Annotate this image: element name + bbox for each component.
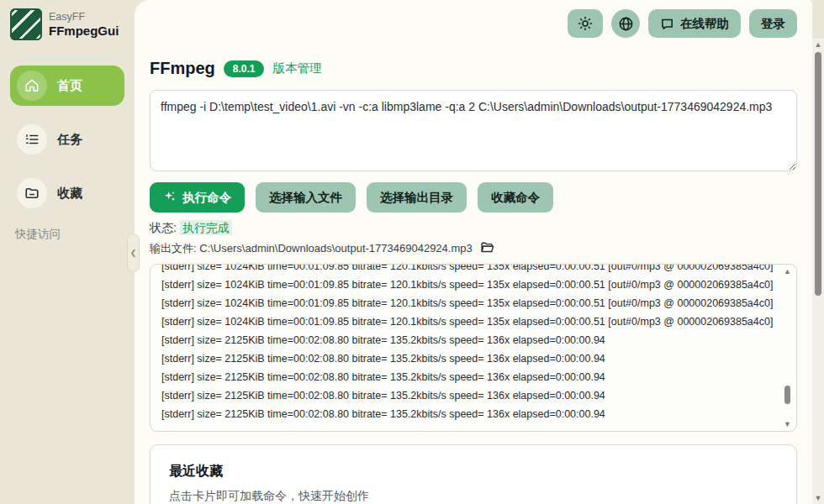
- action-buttons: 执行命令 选择输入文件 选择输出目录 收藏命令: [150, 182, 797, 213]
- output-file-line: 输出文件: C:\Users\admin\Downloads\output-17…: [150, 240, 797, 257]
- command-input[interactable]: ffmpeg -i D:\temp\test_video\1.avi -vn -…: [150, 90, 797, 171]
- log-line: [stderr] size= 2125KiB time=00:02:08.80 …: [161, 386, 774, 405]
- favorite-command-label: 收藏命令: [491, 190, 540, 206]
- brand: EasyFF FFmpegGui: [10, 8, 124, 40]
- execute-command-button[interactable]: 执行命令: [150, 182, 245, 213]
- main-panel: 在线帮助 登录 FFmpeg 8.0.1 版本管理 ffmpeg -i D:\t…: [135, 0, 812, 504]
- online-help-button[interactable]: 在线帮助: [648, 9, 741, 38]
- sidebar: EasyFF FFmpegGui 首页 任务 收藏 快捷访问: [0, 0, 135, 504]
- sidebar-collapse-handle[interactable]: ❮: [127, 234, 140, 272]
- log-scroll-track[interactable]: [781, 276, 794, 420]
- log-scroll-thumb[interactable]: [784, 386, 790, 404]
- log-line: [stderr] size= 1024KiB time=00:01:09.85 …: [161, 264, 774, 276]
- topbar: 在线帮助 登录: [150, 7, 797, 40]
- select-output-dir-button[interactable]: 选择输出目录: [367, 182, 467, 213]
- execute-command-label: 执行命令: [182, 190, 231, 206]
- sidebar-item-label: 首页: [57, 78, 82, 94]
- login-label: 登录: [761, 16, 785, 32]
- task-list-icon: [17, 124, 47, 155]
- log-line: [stderr] size= 2125KiB time=00:02:08.80 …: [161, 368, 774, 386]
- log-line: [stderr] size= 2125KiB time=00:02:08.80 …: [161, 405, 774, 423]
- sun-icon: [578, 16, 593, 31]
- sidebar-item-home[interactable]: 首页: [10, 66, 124, 106]
- sidebar-item-favorites[interactable]: 收藏: [10, 173, 124, 213]
- online-help-label: 在线帮助: [680, 16, 729, 32]
- version-manage-link[interactable]: 版本管理: [272, 60, 321, 76]
- sidebar-item-label: 任务: [57, 132, 82, 148]
- scroll-down-icon[interactable]: ▼: [815, 494, 822, 502]
- log-line: [stderr] size= 1024KiB time=00:01:09.85 …: [161, 276, 774, 294]
- scroll-up-icon[interactable]: ▲: [784, 267, 791, 276]
- brand-subtitle: EasyFF: [49, 11, 119, 24]
- scroll-up-icon[interactable]: ▲: [815, 40, 822, 49]
- sparkles-icon: [163, 190, 177, 206]
- sidebar-item-label: 收藏: [57, 186, 82, 202]
- theme-toggle-button[interactable]: [568, 9, 603, 38]
- select-input-file-button[interactable]: 选择输入文件: [256, 182, 356, 213]
- output-file-label: 输出文件:: [150, 242, 197, 255]
- open-output-folder-button[interactable]: [480, 240, 494, 257]
- log-output[interactable]: [stderr] size= 1024KiB time=00:01:09.85 …: [150, 264, 797, 432]
- status-label: 状态:: [150, 221, 177, 234]
- recent-favorites-card[interactable]: 最近收藏 点击卡片即可加载命令，快速开始创作: [150, 444, 797, 504]
- page-scroll-thumb[interactable]: [815, 52, 821, 296]
- home-icon: [17, 71, 47, 101]
- page-header: FFmpeg 8.0.1 版本管理: [150, 59, 797, 78]
- quick-access-label: 快捷访问: [15, 227, 119, 242]
- brand-title: FFmpegGui: [49, 24, 119, 39]
- recent-favorites-title: 最近收藏: [169, 463, 778, 480]
- chat-bubble-icon: [660, 17, 674, 31]
- version-badge: 8.0.1: [224, 60, 265, 77]
- output-file-path: C:\Users\admin\Downloads\output-17734690…: [199, 242, 472, 255]
- log-lines: [stderr] size= 1024KiB time=00:01:09.85 …: [161, 264, 774, 423]
- folder-icon: [17, 178, 47, 208]
- sidebar-item-tasks[interactable]: 任务: [10, 119, 124, 160]
- log-line: [stderr] size= 1024KiB time=00:01:09.85 …: [161, 294, 774, 312]
- login-button[interactable]: 登录: [749, 9, 797, 38]
- page-scrollbar[interactable]: ▲ ▼: [812, 39, 824, 504]
- folder-open-icon: [480, 240, 494, 257]
- language-button[interactable]: [611, 9, 640, 38]
- recent-favorites-subtitle: 点击卡片即可加载命令，快速开始创作: [169, 489, 778, 504]
- log-line: [stderr] size= 2125KiB time=00:02:08.80 …: [161, 349, 774, 368]
- log-line: [stderr] size= 1024KiB time=00:01:09.85 …: [161, 312, 774, 331]
- favorite-command-button[interactable]: 收藏命令: [478, 182, 553, 213]
- globe-icon: [618, 16, 634, 32]
- log-scrollbar[interactable]: ▲ ▼: [781, 267, 794, 428]
- select-input-file-label: 选择输入文件: [269, 190, 342, 206]
- scroll-down-icon[interactable]: ▼: [784, 420, 791, 428]
- page-title: FFmpeg: [150, 59, 215, 78]
- log-line: [stderr] size= 2125KiB time=00:02:08.80 …: [161, 331, 774, 349]
- status-badge: 执行完成: [180, 220, 232, 235]
- page-scroll-track[interactable]: [812, 49, 824, 494]
- app-logo-icon: [10, 8, 42, 40]
- status-line: 状态: 执行完成: [150, 221, 797, 236]
- select-output-dir-label: 选择输出目录: [380, 190, 453, 206]
